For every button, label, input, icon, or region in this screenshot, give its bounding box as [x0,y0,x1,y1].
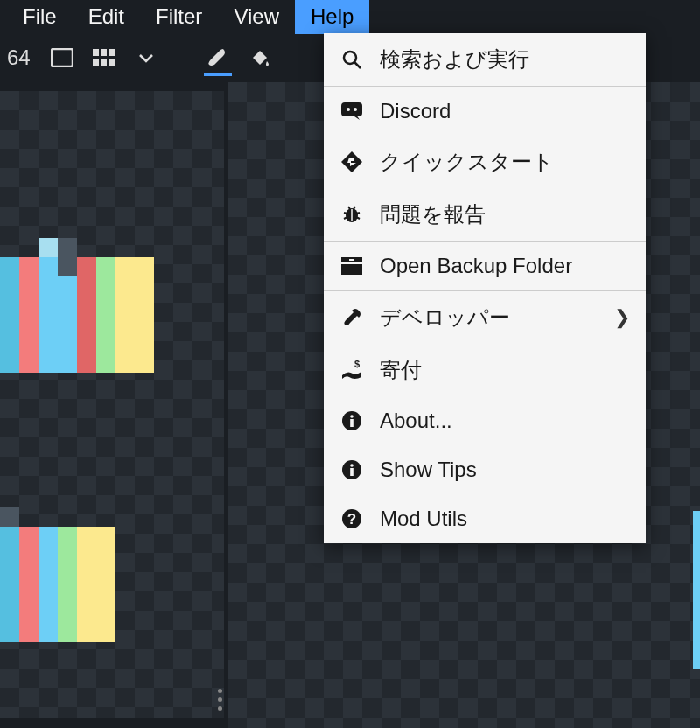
menu-help[interactable]: Help [295,0,369,34]
bug-icon [340,202,364,227]
help-quickstart[interactable]: クイックスタート [324,136,646,188]
svg-line-8 [354,62,360,68]
help-about[interactable]: About... [324,396,646,445]
svg-rect-0 [52,49,73,66]
svg-rect-26 [350,419,354,427]
wrench-icon [340,305,364,330]
help-report-issue[interactable]: 問題を報告 [324,188,646,241]
menu-label: Discord [380,99,630,123]
help-developer[interactable]: デベロッパー ❯ [324,290,646,344]
svg-text:$: $ [354,360,360,369]
bucket-tool-icon[interactable] [246,44,274,72]
quickstart-icon [340,150,364,174]
grid-icon[interactable] [90,44,118,72]
menu-label: About... [380,409,630,433]
frame-thumbnail-1[interactable] [0,238,154,373]
svg-rect-3 [108,49,115,56]
svg-rect-6 [108,59,115,66]
menu-view[interactable]: View [218,0,295,34]
info-icon [340,458,364,482]
menu-label: 問題を報告 [380,200,630,228]
svg-rect-21 [341,264,362,275]
menu-label: Mod Utils [380,507,630,531]
svg-rect-22 [349,259,354,261]
question-icon: ? [340,507,364,531]
svg-line-18 [348,206,350,209]
svg-line-19 [354,206,355,209]
help-discord[interactable]: Discord [324,86,646,136]
svg-point-25 [350,415,354,418]
frame-icon[interactable] [48,44,76,72]
frame-thumbnail-2[interactable] [0,508,116,642]
help-show-tips[interactable]: Show Tips [324,445,646,494]
help-dropdown: 検索および実行 Discord クイックスタート 問題を報告 Open Back… [324,33,646,543]
menubar: File Edit Filter View Help [0,0,700,33]
zoom-value: 64 [7,46,34,70]
svg-point-10 [346,108,350,111]
menu-file[interactable]: File [7,0,73,34]
more-menu-icon[interactable] [218,689,222,710]
menu-label: 検索および実行 [380,46,630,74]
menu-label: Open Backup Folder [380,254,630,278]
svg-rect-29 [350,468,354,476]
folder-icon [340,254,364,278]
svg-point-28 [350,464,354,467]
chevron-down-icon[interactable] [132,44,160,72]
search-icon [340,47,364,72]
menu-label: クイックスタート [380,148,630,176]
svg-rect-2 [101,49,107,56]
svg-point-7 [344,52,356,64]
svg-point-11 [354,108,357,111]
svg-text:?: ? [347,511,356,528]
svg-rect-4 [93,59,99,66]
help-search-run[interactable]: 検索および実行 [324,33,646,86]
menu-label: 寄付 [380,356,630,384]
info-icon [340,409,364,433]
canvas-content-edge [693,511,700,668]
menu-filter[interactable]: Filter [140,0,218,34]
svg-line-14 [344,213,347,214]
menu-label: デベロッパー [380,304,598,332]
donate-icon: $ [340,358,364,382]
frames-panel [0,82,228,728]
menu-edit[interactable]: Edit [73,0,140,34]
svg-rect-9 [341,102,362,116]
help-open-backup[interactable]: Open Backup Folder [324,241,646,290]
discord-icon [340,99,364,123]
help-donate[interactable]: $ 寄付 [324,344,646,396]
svg-line-15 [356,213,360,214]
chevron-right-icon: ❯ [614,306,630,329]
svg-rect-5 [101,59,107,66]
brush-tool-icon[interactable] [204,48,232,76]
menu-label: Show Tips [380,458,630,482]
help-mod-utils[interactable]: ? Mod Utils [324,494,646,543]
svg-rect-1 [93,49,99,56]
